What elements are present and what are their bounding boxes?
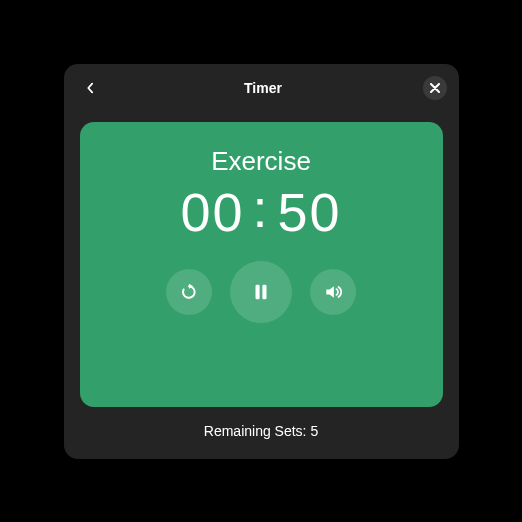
app-window: Timer Exercise 00 : 50 — [64, 64, 459, 459]
reset-button[interactable] — [166, 269, 212, 315]
volume-icon — [323, 282, 343, 302]
pause-icon — [250, 281, 272, 303]
sound-button[interactable] — [310, 269, 356, 315]
time-seconds: 50 — [278, 181, 342, 243]
back-button[interactable] — [76, 74, 104, 102]
close-button[interactable] — [423, 76, 447, 100]
page-title: Timer — [244, 80, 282, 96]
timer-card: Exercise 00 : 50 — [80, 122, 443, 407]
reset-icon — [179, 282, 199, 302]
time-separator: : — [252, 177, 269, 239]
header-bar: Timer — [64, 64, 459, 112]
time-display: 00 : 50 — [180, 181, 341, 243]
svg-rect-0 — [256, 284, 260, 299]
content-area: Exercise 00 : 50 — [64, 112, 459, 459]
pause-button[interactable] — [230, 261, 292, 323]
svg-rect-1 — [262, 284, 266, 299]
remaining-sets-label: Remaining Sets: 5 — [80, 407, 443, 443]
controls-row — [166, 261, 356, 323]
close-icon — [430, 83, 440, 93]
time-minutes: 00 — [180, 181, 244, 243]
chevron-left-icon — [83, 81, 97, 95]
phase-label: Exercise — [211, 146, 311, 177]
